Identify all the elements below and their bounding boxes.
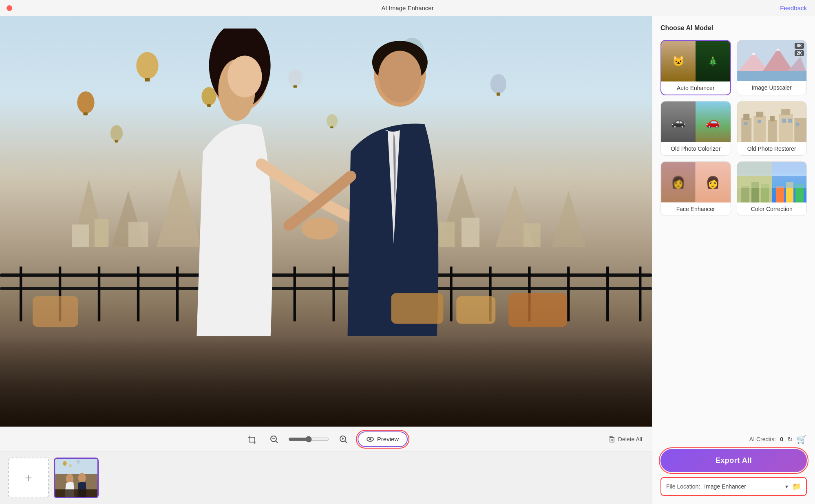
svg-rect-96 (794, 118, 806, 142)
color-correction-image (737, 162, 807, 202)
titlebar: AI Image Enhancer Feedback (0, 0, 815, 16)
svg-rect-107 (737, 162, 772, 176)
cc-right-svg (772, 162, 806, 202)
upscale-2k-badge: 2K (795, 50, 804, 56)
svg-rect-99 (782, 119, 786, 123)
refresh-credits-button[interactable]: ↻ (787, 436, 793, 443)
svg-rect-95 (781, 109, 790, 115)
svg-rect-91 (756, 112, 763, 117)
old-photo-colorizer-image: 🚗 🚗 (661, 101, 731, 142)
face-enhancer-label: Face Enhancer (661, 202, 731, 216)
scene-wrapper (0, 16, 652, 427)
svg-rect-92 (768, 120, 777, 142)
trash-icon: ✕ (608, 436, 616, 443)
old-photo-restorer-label: Old Photo Restorer (737, 142, 807, 155)
svg-rect-88 (741, 118, 751, 142)
folder-icon[interactable]: 📁 (792, 482, 801, 491)
svg-rect-100 (788, 119, 792, 123)
restorer-svg (737, 101, 807, 142)
auto-enhancer-image: 🐱 🎄 (661, 41, 730, 81)
traffic-light-close[interactable] (7, 5, 12, 11)
svg-point-73 (63, 461, 66, 465)
preview-button[interactable]: Preview (358, 431, 408, 447)
eye-icon (367, 436, 374, 443)
credits-value: 0 (780, 436, 783, 442)
image-upscaler-image: 8K 2K (737, 40, 807, 81)
model-card-old-photo-restorer[interactable]: Old Photo Restorer (737, 101, 807, 156)
svg-line-61 (276, 441, 278, 443)
svg-text:✕: ✕ (610, 436, 612, 438)
zoom-in-button[interactable] (336, 431, 351, 447)
upscale-8k-badge: 8K (795, 43, 804, 49)
svg-rect-106 (737, 174, 772, 188)
svg-rect-94 (779, 114, 793, 142)
app-title: AI Image Enhancer (381, 4, 433, 11)
color-correction-label: Color Correction (737, 202, 807, 216)
zoom-slider-container (288, 436, 329, 442)
export-all-button[interactable]: Export All (660, 449, 807, 472)
image-viewport (0, 16, 652, 427)
foreground-dark (0, 336, 652, 427)
choose-model-title: Choose AI Model (660, 24, 807, 32)
svg-rect-112 (772, 174, 806, 188)
svg-rect-97 (744, 122, 747, 125)
svg-rect-101 (796, 123, 799, 126)
credits-label: AI Credits: (749, 436, 776, 442)
svg-line-65 (345, 441, 347, 443)
delete-all-button[interactable]: ✕ Delete All (608, 436, 642, 443)
thumbnail-item[interactable] (54, 458, 99, 498)
file-location-label: File Location: (666, 483, 700, 490)
svg-rect-103 (741, 186, 749, 202)
svg-rect-98 (758, 120, 761, 123)
credits-row: AI Credits: 0 ↻ 🛒 (660, 434, 807, 444)
file-location-select[interactable]: Image Enhancer Desktop Documents Custom.… (704, 483, 781, 490)
model-card-face-enhancer[interactable]: 👩 👩 Face Enhancer (660, 161, 731, 216)
svg-point-78 (78, 473, 86, 482)
add-image-button[interactable]: + (8, 458, 49, 498)
model-card-color-correction[interactable]: Color Correction (737, 161, 807, 216)
model-grid: 🐱 🎄 Auto Enhancer (660, 40, 807, 216)
svg-rect-109 (776, 186, 784, 202)
cc-left-svg (737, 162, 772, 202)
model-card-auto-enhancer[interactable]: 🐱 🎄 Auto Enhancer (660, 40, 731, 95)
zoom-slider[interactable] (288, 436, 329, 442)
crop-tool-button[interactable] (244, 431, 260, 447)
thumbnail-strip: + (0, 451, 652, 504)
zoom-out-button[interactable] (266, 431, 282, 447)
face-enhancer-image: 👩 👩 (661, 162, 731, 202)
model-card-image-upscaler[interactable]: 8K 2K Image Upscaler (737, 40, 807, 95)
file-location-row: File Location: Image Enhancer Desktop Do… (660, 477, 807, 496)
svg-rect-93 (770, 116, 775, 121)
chevron-down-icon: ▾ (785, 483, 788, 490)
left-panel: Preview ✕ Delete All + (0, 16, 652, 504)
image-upscaler-label: Image Upscaler (737, 81, 807, 94)
svg-rect-113 (772, 162, 806, 176)
old-photo-colorizer-label: Old Photo Colorizer (661, 142, 731, 155)
svg-rect-84 (737, 71, 806, 81)
bottom-area: AI Credits: 0 ↻ 🛒 Export All File Locati… (660, 434, 807, 496)
auto-enhancer-label: Auto Enhancer (661, 81, 730, 95)
feedback-link[interactable]: Feedback (780, 4, 807, 11)
right-panel: Choose AI Model 🐱 🎄 Auto Enhancer (652, 16, 815, 504)
svg-rect-79 (55, 489, 97, 497)
svg-point-74 (77, 460, 80, 463)
svg-rect-89 (743, 114, 749, 120)
main-content: Preview ✕ Delete All + (0, 16, 815, 504)
svg-rect-90 (753, 116, 766, 142)
thumbnail-scene (55, 459, 97, 497)
svg-point-75 (69, 464, 72, 467)
svg-point-67 (369, 438, 371, 440)
cart-button[interactable]: 🛒 (797, 434, 807, 444)
thumbnail-svg (55, 459, 97, 497)
image-toolbar: Preview ✕ Delete All (0, 427, 652, 451)
model-card-old-photo-colorizer[interactable]: 🚗 🚗 Old Photo Colorizer (660, 101, 731, 156)
old-photo-restorer-image (737, 101, 807, 142)
